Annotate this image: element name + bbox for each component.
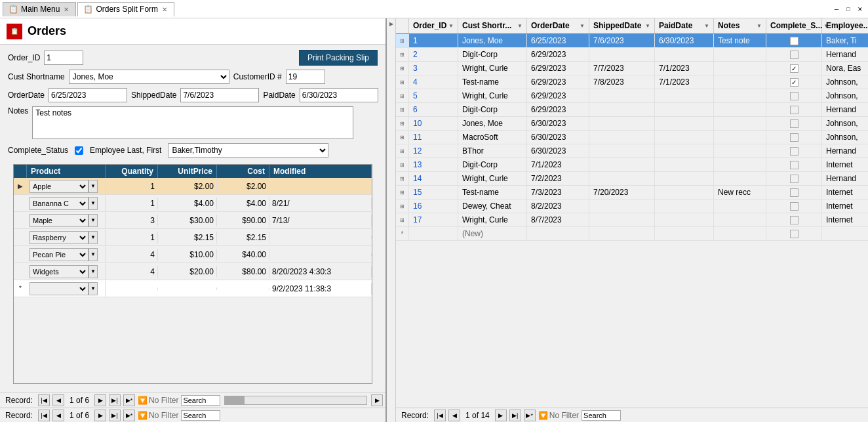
expand-cell[interactable]: ⊞ bbox=[396, 48, 409, 61]
product-cell[interactable]: Apple ▼ bbox=[27, 179, 106, 194]
ds-col-employee-header[interactable]: Employee... ▼ bbox=[822, 18, 868, 33]
cust-shortname-select[interactable]: Jones, Moe bbox=[69, 70, 229, 84]
complete-status-checkbox[interactable] bbox=[75, 146, 83, 155]
table-row[interactable]: ⊞ 14 Wright, Curle 7/2/2023 Hernand bbox=[396, 172, 868, 186]
tab-orders-form[interactable]: 📋 Orders Split Form ✕ bbox=[77, 2, 174, 16]
expand-cell[interactable]: ⊞ bbox=[396, 213, 409, 226]
product-select[interactable]: Maple bbox=[30, 214, 89, 227]
product-cell[interactable]: Maple ▼ bbox=[27, 213, 106, 228]
complete-checkbox[interactable] bbox=[790, 106, 799, 114]
product-select[interactable] bbox=[30, 282, 89, 295]
close-button[interactable]: ✕ bbox=[855, 4, 865, 14]
complete-checkbox[interactable] bbox=[790, 119, 799, 128]
product-cell[interactable]: ▼ bbox=[27, 281, 106, 297]
nav-new-button[interactable]: ▶* bbox=[123, 394, 135, 406]
bottom-nav-new[interactable]: ▶* bbox=[123, 410, 135, 421]
orderdate-input[interactable] bbox=[49, 88, 127, 102]
table-row[interactable]: ⊞ 11 MacroSoft 6/30/2023 Johnson, bbox=[396, 131, 868, 144]
bottom-search-input[interactable] bbox=[181, 410, 220, 421]
complete-checkbox[interactable] bbox=[790, 216, 799, 224]
product-dropdown-btn[interactable]: ▼ bbox=[89, 197, 98, 210]
table-row[interactable]: ⊞ 1 Jones, Moe 6/25/2023 7/6/2023 6/30/2… bbox=[396, 34, 868, 48]
tab-orders-close[interactable]: ✕ bbox=[161, 6, 168, 13]
table-row[interactable]: ⊞ 3 Wright, Curle 6/29/2023 7/7/2023 7/1… bbox=[396, 62, 868, 75]
order-id-input[interactable] bbox=[44, 51, 83, 65]
bottom-nav-first[interactable]: |◀ bbox=[38, 410, 50, 421]
table-row[interactable]: Raspberry ▼ 1 $2.15 $2.15 bbox=[14, 229, 372, 246]
table-row[interactable]: Bananna C ▼ 1 $4.00 $4.00 8/21/ bbox=[14, 195, 372, 212]
complete-checkbox[interactable] bbox=[790, 202, 799, 211]
product-cell[interactable]: Raspberry ▼ bbox=[27, 230, 106, 245]
nav-prev-button[interactable]: ◀ bbox=[52, 394, 64, 406]
product-dropdown-btn[interactable]: ▼ bbox=[89, 248, 98, 261]
product-select[interactable]: Bananna C bbox=[30, 197, 89, 210]
customerid-input[interactable] bbox=[286, 70, 325, 84]
expand-cell[interactable]: ⊞ bbox=[396, 89, 409, 102]
expand-cell[interactable]: ⊞ bbox=[396, 75, 409, 89]
product-select[interactable]: Raspberry bbox=[30, 231, 89, 244]
expand-cell[interactable]: ⊞ bbox=[396, 131, 409, 144]
ds-search-input[interactable] bbox=[582, 410, 621, 421]
table-row[interactable]: * (New) bbox=[396, 227, 868, 241]
expand-cell[interactable]: ⊞ bbox=[396, 172, 409, 185]
table-row[interactable]: Maple ▼ 3 $30.00 $90.00 7/13/ bbox=[14, 212, 372, 229]
table-row[interactable]: Widgets ▼ 4 $20.00 $80.00 8/20/2023 4:30… bbox=[14, 263, 372, 280]
expand-cell[interactable]: ⊞ bbox=[396, 34, 409, 47]
print-packing-slip-button[interactable]: Print Packing Slip bbox=[299, 50, 378, 66]
scroll-right-button[interactable]: ▶ bbox=[371, 394, 383, 406]
product-select[interactable]: Apple bbox=[30, 180, 89, 193]
tab-main-menu[interactable]: 📋 Main Menu ✕ bbox=[3, 2, 76, 16]
table-row[interactable]: ⊞ 10 Jones, Moe 6/30/2023 Johnson, bbox=[396, 117, 868, 131]
complete-checkbox[interactable] bbox=[790, 230, 799, 238]
ds-col-orderid-header[interactable]: Order_ID ▼ bbox=[409, 18, 458, 33]
complete-checkbox[interactable] bbox=[790, 188, 799, 197]
table-row[interactable]: * ▼ 9/2/2023 11:38:3 bbox=[14, 280, 372, 297]
nav-filter[interactable]: 🔽 No Filter bbox=[138, 396, 178, 405]
complete-checkbox[interactable] bbox=[790, 147, 799, 156]
tab-main-menu-close[interactable]: ✕ bbox=[62, 6, 70, 13]
complete-checkbox[interactable] bbox=[790, 161, 799, 169]
product-select[interactable]: Widgets bbox=[30, 265, 89, 278]
table-row[interactable]: ▶ Apple ▼ 1 $2.00 $2.00 bbox=[14, 178, 372, 195]
expand-cell[interactable]: ⊞ bbox=[396, 186, 409, 199]
table-row[interactable]: ⊞ 5 Wright, Curle 6/29/2023 Johnson, bbox=[396, 89, 868, 103]
expand-cell[interactable]: ⊞ bbox=[396, 158, 409, 171]
ds-col-cust-header[interactable]: Cust Shortr... ▼ bbox=[458, 18, 527, 33]
product-cell[interactable]: Bananna C ▼ bbox=[27, 196, 106, 211]
product-dropdown-btn[interactable]: ▼ bbox=[89, 180, 98, 193]
expand-cell[interactable]: ⊞ bbox=[396, 62, 409, 75]
complete-checkbox[interactable] bbox=[790, 133, 799, 142]
expand-cell[interactable]: ⊞ bbox=[396, 103, 409, 116]
complete-checkbox[interactable] bbox=[790, 92, 799, 100]
ds-col-notes-header[interactable]: Notes ▼ bbox=[714, 18, 766, 33]
complete-checkbox[interactable] bbox=[790, 175, 799, 183]
ds-nav-next[interactable]: ▶ bbox=[495, 410, 507, 421]
ds-nav-new[interactable]: ▶* bbox=[524, 410, 536, 421]
complete-checkbox[interactable]: ✓ bbox=[790, 78, 799, 87]
shippeddate-input[interactable] bbox=[180, 88, 259, 102]
table-row[interactable]: ⊞ 16 Dewey, Cheat 8/2/2023 Internet bbox=[396, 200, 868, 213]
ds-filter[interactable]: 🔽 No Filter bbox=[538, 411, 579, 420]
ds-col-paid-header[interactable]: PaidDate ▼ bbox=[655, 18, 714, 33]
table-row[interactable]: ⊞ 4 Test-name 6/29/2023 7/8/2023 7/1/202… bbox=[396, 75, 868, 89]
expand-cell[interactable]: ⊞ bbox=[396, 200, 409, 213]
ds-nav-first[interactable]: |◀ bbox=[434, 410, 446, 421]
product-dropdown-btn[interactable]: ▼ bbox=[89, 265, 98, 278]
table-row[interactable]: ⊞ 15 Test-name 7/3/2023 7/20/2023 New re… bbox=[396, 186, 868, 200]
complete-checkbox[interactable] bbox=[790, 51, 799, 59]
minimize-button[interactable]: ─ bbox=[831, 4, 842, 14]
table-row[interactable]: ⊞ 13 Digit-Corp 7/1/2023 Internet bbox=[396, 158, 868, 172]
bottom-nav-next[interactable]: ▶ bbox=[94, 410, 106, 421]
ds-nav-last[interactable]: ▶| bbox=[509, 410, 521, 421]
complete-checkbox[interactable]: ✓ bbox=[790, 37, 799, 45]
notes-textarea[interactable]: Test notes bbox=[32, 106, 353, 139]
employee-select[interactable]: Baker,Timothy bbox=[168, 143, 328, 158]
ds-col-shipped-header[interactable]: ShippedDate ▼ bbox=[589, 18, 655, 33]
product-dropdown-btn[interactable]: ▼ bbox=[89, 231, 98, 244]
bottom-nav-prev[interactable]: ◀ bbox=[52, 410, 64, 421]
maximize-button[interactable]: □ bbox=[843, 4, 854, 14]
horizontal-scrollbar[interactable] bbox=[224, 396, 367, 405]
paiddate-input[interactable] bbox=[300, 88, 378, 102]
bottom-nav-last[interactable]: ▶| bbox=[109, 410, 121, 421]
nav-next-button[interactable]: ▶ bbox=[94, 394, 106, 406]
